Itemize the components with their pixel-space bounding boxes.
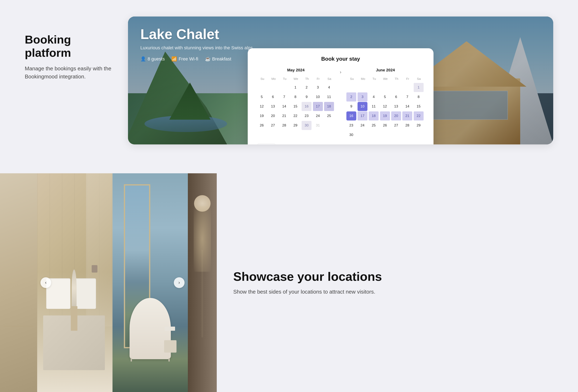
- may-day-11[interactable]: 11: [324, 92, 334, 101]
- may-day-21[interactable]: 21: [279, 111, 289, 121]
- june-day-20[interactable]: 20: [391, 111, 401, 121]
- may-day-12[interactable]: 12: [257, 102, 267, 111]
- june-day-27[interactable]: 27: [391, 121, 401, 130]
- june-day-25[interactable]: 25: [369, 121, 379, 130]
- may-day-14[interactable]: 14: [279, 102, 289, 111]
- june-calendar: June 2024 Su Mo Tu We Th Fr Sa ......123…: [346, 68, 424, 139]
- may-day-10[interactable]: 10: [313, 92, 323, 101]
- day-sa: Sa: [324, 76, 335, 81]
- empty-cell: .: [257, 83, 267, 92]
- amenities-list: 👤 8 guests 📶 Free Wi-fi ☕ Breakfast: [140, 56, 254, 62]
- property-title: Lake Chalet: [140, 26, 254, 42]
- guests-label: 8 guests: [147, 56, 165, 62]
- june-day-1[interactable]: 1: [414, 83, 424, 92]
- wifi-label: Free Wi-fi: [179, 56, 198, 62]
- day-mo2: Mo: [358, 76, 369, 81]
- june-day-9[interactable]: 9: [346, 102, 356, 111]
- june-day-5[interactable]: 5: [380, 92, 390, 101]
- next-month-arrow[interactable]: ›: [340, 69, 341, 75]
- june-day-15[interactable]: 15: [414, 102, 424, 111]
- june-day-16[interactable]: 16: [346, 111, 356, 121]
- may-day-1[interactable]: 1: [290, 83, 300, 92]
- may-day-26[interactable]: 26: [257, 121, 267, 130]
- may-day-9[interactable]: 9: [302, 92, 311, 101]
- may-day-8[interactable]: 8: [290, 92, 300, 101]
- day-mo: Mo: [268, 76, 279, 81]
- may-day-28[interactable]: 28: [279, 121, 289, 130]
- empty-cell: .: [279, 83, 289, 92]
- day-fr2: Fr: [402, 76, 413, 81]
- guests-stepper[interactable]: 18 ⌃ ⌄: [257, 144, 276, 144]
- june-day-28[interactable]: 28: [402, 121, 412, 130]
- photo-strip: ‹ ›: [0, 173, 217, 392]
- may-day-30[interactable]: 30: [302, 121, 311, 130]
- may-day-16[interactable]: 16: [302, 102, 311, 111]
- june-day-30[interactable]: 30: [346, 131, 356, 139]
- amenity-guests: 👤 8 guests: [140, 56, 165, 62]
- june-day-2[interactable]: 2: [346, 92, 356, 101]
- photo-prev-button[interactable]: ‹: [41, 277, 51, 288]
- may-day-labels: Su Mo Tu We Th Fr Sa: [257, 76, 335, 81]
- june-day-4[interactable]: 4: [369, 92, 379, 101]
- may-day-4[interactable]: 4: [324, 83, 334, 92]
- photo-next-button[interactable]: ›: [174, 277, 185, 288]
- may-day-15[interactable]: 15: [290, 102, 300, 111]
- may-day-3[interactable]: 3: [313, 83, 323, 92]
- booking-card: Lake Chalet Luxurious chalet with stunni…: [128, 16, 553, 144]
- calendar-title: Book your stay: [257, 56, 424, 62]
- may-day-2[interactable]: 2: [302, 83, 311, 92]
- may-day-17[interactable]: 17: [313, 102, 323, 111]
- photo-bedroom: ‹: [37, 173, 112, 392]
- may-day-20[interactable]: 20: [268, 111, 278, 121]
- may-day-23[interactable]: 23: [302, 111, 311, 121]
- bottom-section: ‹ ›: [0, 173, 578, 392]
- june-day-14[interactable]: 14: [402, 102, 412, 111]
- may-day-24[interactable]: 24: [313, 111, 323, 121]
- may-day-29[interactable]: 29: [290, 121, 300, 130]
- june-day-12[interactable]: 12: [380, 102, 390, 111]
- june-day-13[interactable]: 13: [391, 102, 401, 111]
- day-tu2: Tu: [369, 76, 380, 81]
- june-day-22[interactable]: 22: [414, 111, 424, 121]
- june-day-3[interactable]: 3: [358, 92, 367, 101]
- june-day-labels: Su Mo Tu We Th Fr Sa: [346, 76, 424, 81]
- june-day-7[interactable]: 7: [402, 92, 412, 101]
- may-day-31[interactable]: 31: [313, 121, 323, 130]
- may-day-19[interactable]: 19: [257, 111, 267, 121]
- property-subtitle: Luxurious chalet with stunning views int…: [140, 45, 254, 50]
- may-day-5[interactable]: 5: [257, 92, 267, 101]
- june-day-11[interactable]: 11: [369, 102, 379, 111]
- empty-cell-j0: .: [346, 83, 356, 92]
- june-day-21[interactable]: 21: [402, 111, 412, 121]
- day-su: Su: [257, 76, 268, 81]
- photo-sliver-left: [0, 173, 37, 392]
- photo-bathroom: ›: [112, 173, 188, 392]
- june-day-18[interactable]: 18: [369, 111, 379, 121]
- june-day-23[interactable]: 23: [346, 121, 356, 130]
- photo-vase-partial: [188, 173, 217, 392]
- june-day-17[interactable]: 17: [358, 111, 367, 121]
- june-day-10[interactable]: 10: [358, 102, 367, 111]
- may-day-13[interactable]: 13: [268, 102, 278, 111]
- empty-cell-j3: .: [380, 83, 390, 92]
- may-day-7[interactable]: 7: [279, 92, 289, 101]
- may-calendar: May 2024 Su Mo Tu We Th Fr Sa ...1234567…: [257, 68, 335, 130]
- june-day-24[interactable]: 24: [358, 121, 367, 130]
- empty-cell-j1: .: [358, 83, 367, 92]
- showcase-heading: Showcase your locations: [233, 269, 562, 284]
- day-tu: Tu: [279, 76, 290, 81]
- may-day-22[interactable]: 22: [290, 111, 300, 121]
- empty-cell-j5: .: [402, 83, 412, 92]
- june-day-8[interactable]: 8: [414, 92, 424, 101]
- june-day-6[interactable]: 6: [391, 92, 401, 101]
- june-day-19[interactable]: 19: [380, 111, 390, 121]
- may-day-6[interactable]: 6: [268, 92, 278, 101]
- may-day-18[interactable]: 18: [324, 102, 334, 111]
- guests-icon: 👤: [140, 56, 146, 62]
- june-day-29[interactable]: 29: [414, 121, 424, 130]
- empty-cell-j2: .: [369, 83, 379, 92]
- may-day-25[interactable]: 25: [324, 111, 334, 121]
- may-day-27[interactable]: 27: [268, 121, 278, 130]
- june-day-26[interactable]: 26: [380, 121, 390, 130]
- day-th: Th: [301, 76, 313, 81]
